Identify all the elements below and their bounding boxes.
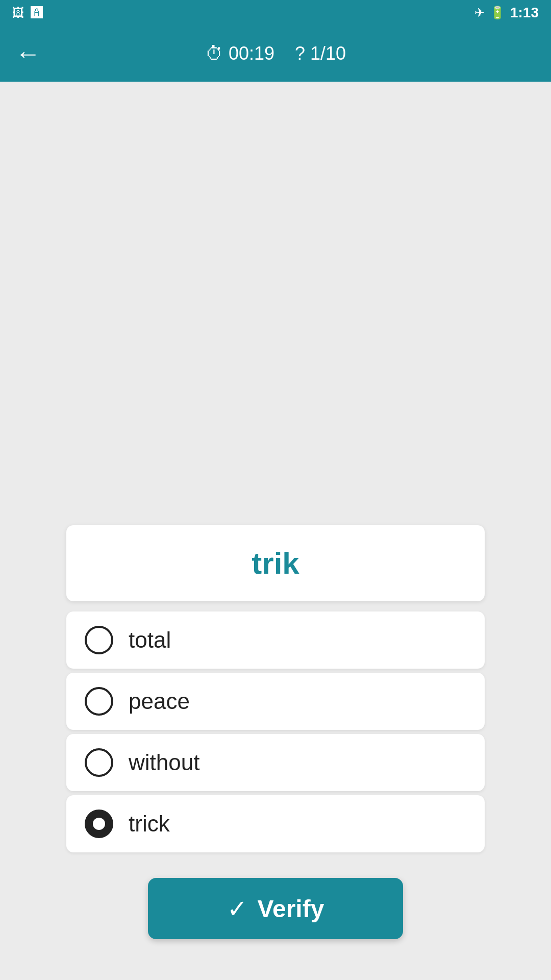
verify-check-icon: ✓	[227, 894, 247, 923]
top-bar-info: ⏱ 00:19 ? 1/10	[205, 43, 346, 64]
question-progress-display: ? 1/10	[295, 43, 346, 64]
options-container: total peace without trick	[66, 611, 485, 852]
option-1[interactable]: total	[66, 611, 485, 669]
option-3-text: without	[129, 750, 199, 775]
radio-1	[85, 626, 113, 654]
verify-button[interactable]: ✓ Verify	[148, 878, 403, 939]
word-card: trik	[66, 525, 485, 601]
status-bar: 🖼 🅰 ✈ 🔋 1:13	[0, 0, 551, 26]
option-4[interactable]: trick	[66, 795, 485, 852]
quiz-word: trik	[252, 546, 299, 580]
status-time: 1:13	[510, 5, 539, 21]
airplane-icon: ✈	[474, 6, 485, 20]
question-icon: ?	[295, 43, 305, 64]
translate-icon: 🅰	[31, 6, 43, 20]
status-bar-right: ✈ 🔋 1:13	[474, 5, 539, 21]
radio-4-inner	[93, 818, 105, 830]
photo-icon: 🖼	[12, 6, 24, 20]
option-4-text: trick	[129, 811, 170, 837]
radio-4	[85, 810, 113, 838]
option-3[interactable]: without	[66, 734, 485, 791]
timer-icon: ⏱	[205, 43, 223, 64]
back-button[interactable]: ←	[15, 39, 41, 68]
timer-display: ⏱ 00:19	[205, 43, 274, 64]
quiz-container: trik total peace without trick	[66, 525, 485, 939]
battery-icon: 🔋	[490, 6, 505, 20]
back-arrow-icon: ←	[15, 39, 41, 68]
top-bar: ← ⏱ 00:19 ? 1/10	[0, 26, 551, 82]
option-2-text: peace	[129, 689, 190, 714]
option-1-text: total	[129, 627, 171, 653]
option-2[interactable]: peace	[66, 673, 485, 730]
radio-3	[85, 748, 113, 777]
main-content: trik total peace without trick	[0, 82, 551, 980]
verify-label: Verify	[258, 895, 324, 923]
radio-2	[85, 687, 113, 716]
status-bar-left: 🖼 🅰	[12, 6, 43, 20]
question-progress: 1/10	[310, 43, 346, 64]
timer-value: 00:19	[229, 43, 274, 64]
